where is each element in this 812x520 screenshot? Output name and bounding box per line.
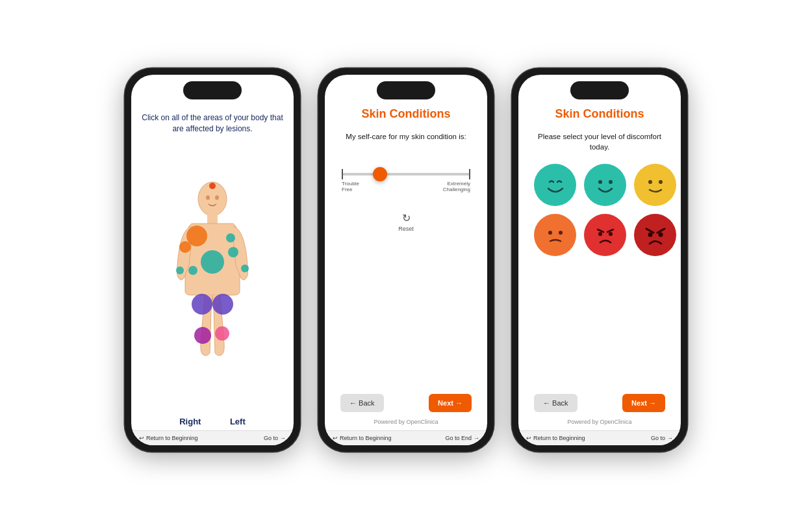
emoji-discomfort[interactable] bbox=[584, 214, 626, 256]
svg-point-13 bbox=[192, 294, 212, 315]
dynamic-island-1 bbox=[183, 81, 242, 99]
next-button-2[interactable]: Next → bbox=[429, 394, 472, 412]
dynamic-island-2 bbox=[377, 81, 435, 99]
svg-point-15 bbox=[194, 327, 211, 344]
label-right: Right bbox=[179, 417, 201, 426]
body-map-title: Click on all of the areas of your body t… bbox=[139, 107, 286, 135]
body-labels: Right Left bbox=[139, 417, 286, 430]
phone-3-footer: ↩ Return to Beginning Go to → bbox=[518, 430, 681, 445]
phone-3-content: Skin Conditions Please select your level… bbox=[518, 75, 681, 430]
powered-by-2: Powered by OpenClinica bbox=[335, 419, 477, 425]
return-icon-3: ↩ bbox=[526, 435, 531, 441]
skin-question-2: My self-care for my skin condition is: bbox=[335, 131, 477, 142]
svg-point-26 bbox=[559, 231, 563, 235]
svg-point-19 bbox=[598, 180, 602, 184]
goto-label-2: Go to End bbox=[445, 435, 472, 441]
emoji-very-happy[interactable] bbox=[534, 164, 576, 206]
body-map-svg[interactable] bbox=[160, 174, 264, 382]
skin-title-2: Skin Conditions bbox=[335, 107, 477, 121]
svg-point-28 bbox=[598, 232, 602, 236]
return-to-beginning-2[interactable]: ↩ Return to Beginning bbox=[333, 435, 392, 441]
emoji-neutral-happy[interactable] bbox=[634, 164, 676, 206]
phone-3-screen: Skin Conditions Please select your level… bbox=[518, 75, 681, 445]
svg-point-22 bbox=[648, 180, 652, 184]
emoji-grid bbox=[529, 164, 670, 256]
action-buttons-3: ← Back Next → bbox=[529, 394, 670, 412]
skin-title-3: Skin Conditions bbox=[529, 107, 670, 121]
goto-end-3[interactable]: Go to → bbox=[651, 435, 673, 441]
phone-2-content: Skin Conditions My self-care for my skin… bbox=[325, 75, 487, 430]
phone-2: Skin Conditions My self-care for my skin… bbox=[318, 68, 494, 452]
phone-2-screen: Skin Conditions My self-care for my skin… bbox=[325, 75, 487, 445]
svg-point-11 bbox=[176, 266, 184, 274]
emoji-slight-discomfort[interactable] bbox=[534, 214, 576, 256]
skin-question-3: Please select your level of discomfort t… bbox=[529, 131, 670, 152]
return-label-2: Return to Beginning bbox=[340, 435, 392, 441]
svg-point-16 bbox=[215, 326, 229, 341]
slider-labels: TroubleFree ExtremelyChallenging bbox=[342, 181, 470, 192]
svg-point-18 bbox=[589, 169, 622, 202]
svg-point-30 bbox=[639, 219, 672, 252]
goto-icon-1: → bbox=[280, 435, 286, 441]
svg-rect-1 bbox=[207, 214, 218, 224]
svg-point-20 bbox=[609, 180, 613, 184]
return-label-3: Return to Beginning bbox=[533, 435, 585, 441]
slider-container[interactable]: TroubleFree ExtremelyChallenging bbox=[335, 153, 477, 192]
emoji-happy[interactable] bbox=[584, 164, 626, 206]
label-left: Left bbox=[230, 417, 246, 426]
svg-point-14 bbox=[212, 294, 233, 315]
slider-label-left: TroubleFree bbox=[342, 181, 359, 192]
emoji-high-discomfort[interactable] bbox=[634, 214, 676, 256]
goto-end-2[interactable]: Go to End → bbox=[445, 435, 479, 441]
svg-point-25 bbox=[548, 231, 552, 235]
goto-end-1[interactable]: Go to → bbox=[264, 435, 286, 441]
svg-point-8 bbox=[228, 247, 238, 257]
svg-point-32 bbox=[658, 232, 663, 237]
return-to-beginning-1[interactable]: ↩ Return to Beginning bbox=[139, 435, 198, 441]
return-label-1: Return to Beginning bbox=[146, 435, 198, 441]
phone-1-screen: Click on all of the areas of your body t… bbox=[131, 75, 294, 445]
goto-icon-2: → bbox=[474, 435, 479, 441]
phone-2-footer: ↩ Return to Beginning Go to End → bbox=[325, 430, 487, 445]
svg-point-31 bbox=[648, 232, 652, 237]
reset-button[interactable]: ↻ Reset bbox=[335, 212, 477, 232]
svg-point-3 bbox=[215, 195, 219, 200]
svg-point-29 bbox=[609, 232, 613, 236]
goto-icon-3: → bbox=[667, 435, 673, 441]
svg-point-9 bbox=[188, 266, 197, 275]
svg-point-27 bbox=[589, 219, 622, 252]
svg-point-12 bbox=[241, 265, 249, 272]
svg-point-10 bbox=[179, 241, 191, 253]
return-icon-1: ↩ bbox=[139, 435, 144, 441]
slider-track[interactable] bbox=[342, 173, 470, 176]
phone-3: Skin Conditions Please select your level… bbox=[512, 68, 687, 452]
body-svg-container[interactable] bbox=[139, 140, 286, 417]
goto-label-1: Go to bbox=[264, 435, 278, 441]
svg-point-7 bbox=[201, 250, 224, 274]
svg-point-6 bbox=[226, 233, 235, 242]
slider-label-right: ExtremelyChallenging bbox=[443, 181, 470, 192]
svg-point-2 bbox=[206, 195, 210, 200]
action-buttons-2: ← Back Next → bbox=[335, 394, 477, 412]
reset-label: Reset bbox=[398, 226, 414, 232]
phone-1: Click on all of the areas of your body t… bbox=[125, 68, 300, 452]
phone-1-content: Click on all of the areas of your body t… bbox=[131, 75, 294, 430]
back-button-2[interactable]: ← Back bbox=[340, 394, 384, 412]
goto-label-3: Go to bbox=[651, 435, 665, 441]
reset-icon: ↻ bbox=[402, 212, 411, 224]
return-to-beginning-3[interactable]: ↩ Return to Beginning bbox=[526, 435, 585, 441]
svg-point-21 bbox=[639, 169, 672, 202]
svg-point-17 bbox=[539, 169, 572, 202]
svg-point-4 bbox=[209, 183, 216, 189]
phone-1-footer: ↩ Return to Beginning Go to → bbox=[131, 430, 294, 445]
back-button-3[interactable]: ← Back bbox=[534, 394, 577, 412]
slider-thumb[interactable] bbox=[373, 167, 387, 181]
svg-point-23 bbox=[659, 180, 663, 184]
svg-point-24 bbox=[539, 219, 572, 252]
phones-container: Click on all of the areas of your body t… bbox=[125, 68, 687, 452]
dynamic-island-3 bbox=[570, 81, 629, 99]
next-button-3[interactable]: Next → bbox=[622, 394, 665, 412]
return-icon-2: ↩ bbox=[333, 435, 338, 441]
powered-by-3: Powered by OpenClinica bbox=[529, 419, 670, 425]
